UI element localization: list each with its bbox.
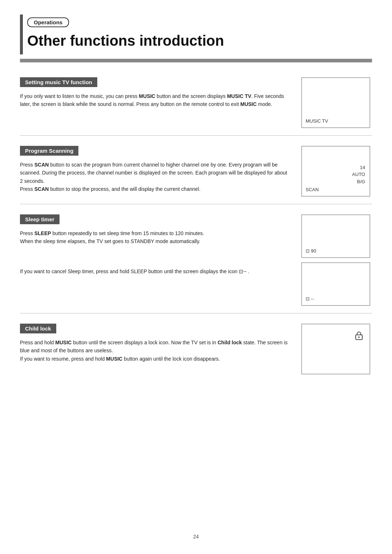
title-rule — [20, 59, 372, 62]
section-heading-sleep-timer: Sleep timer — [20, 214, 60, 224]
main-content: Setting music TV function If you only wa… — [20, 67, 372, 374]
bold-sleep-1: SLEEP — [34, 230, 51, 236]
tv-screen-scan-label: SCAN — [306, 187, 319, 192]
tv-screen-child-lock — [301, 324, 370, 374]
left-accent-bar — [20, 15, 23, 54]
section-music-tv: Setting music TV function If you only wa… — [20, 67, 372, 128]
section-heading-child-lock: Child lock — [20, 324, 56, 333]
bold-music-1: MUSIC — [139, 93, 155, 99]
section-sleep-timer-text: Sleep timer Press SLEEP button repeatedl… — [20, 214, 301, 275]
bold-music-child-2: MUSIC — [106, 356, 122, 362]
scan-channel-14: 14 — [352, 164, 365, 171]
svg-point-1 — [358, 337, 360, 338]
section-body-sleep-timer: Press SLEEP button repeatedly to set sle… — [20, 229, 290, 246]
section-body-music-tv: If you only want to listen to the music,… — [20, 92, 290, 108]
bold-music-tv: MUSIC TV — [227, 93, 251, 99]
section-heading-music-tv: Setting music TV function — [20, 77, 97, 87]
scan-auto: AUTO — [352, 171, 365, 178]
section-body-child-lock: Press and hold MUSIC button until the sc… — [20, 338, 290, 363]
section-preview-child-lock — [301, 324, 372, 374]
section-sleep-timer: Sleep timer Press SLEEP button repeatedl… — [20, 204, 372, 306]
bold-scan-1: SCAN — [34, 162, 49, 168]
section-child-lock: Child lock Press and hold MUSIC button u… — [20, 313, 372, 374]
section-program-scanning: Program Scanning Press SCAN button to sc… — [20, 136, 372, 197]
operations-badge: Operations — [27, 17, 69, 27]
tv-screen-music-tv: MUSIC TV — [301, 77, 370, 128]
lock-icon — [355, 331, 363, 342]
section-child-lock-text: Child lock Press and hold MUSIC button u… — [20, 324, 301, 363]
page-number: 24 — [193, 534, 199, 539]
tv-screen-sleep-90-label: ⊡ 90 — [306, 248, 316, 254]
tv-screen-music-tv-label: MUSIC TV — [306, 118, 328, 124]
section-preview-scan: 14 AUTO B/G SCAN — [301, 146, 372, 197]
bold-music-child-1: MUSIC — [55, 340, 72, 345]
bold-scan-2: SCAN — [34, 186, 49, 192]
tv-screen-scan-right: 14 AUTO B/G — [352, 164, 365, 185]
bold-child-lock: Child lock — [217, 340, 242, 345]
page-title: Other functions introduction — [27, 33, 224, 49]
section-preview-music-tv: MUSIC TV — [301, 77, 372, 128]
section-program-scanning-text: Program Scanning Press SCAN button to sc… — [20, 146, 301, 193]
section-heading-program-scanning: Program Scanning — [20, 146, 78, 156]
scan-bg: B/G — [352, 178, 365, 185]
section-preview-sleep: ⊡ 90 ⊡ -- — [301, 214, 372, 306]
tv-screen-sleep-dash: ⊡ -- — [301, 262, 370, 306]
page-container: Operations Other functions introduction … — [0, 0, 392, 554]
tv-screen-sleep-90: ⊡ 90 — [301, 214, 370, 258]
tv-screen-scan: 14 AUTO B/G SCAN — [301, 146, 370, 197]
bold-music-2: MUSIC — [240, 101, 257, 107]
section-body-sleep-timer-2: If you want to cancel Sleep timer, press… — [20, 267, 290, 275]
section-music-tv-text: Setting music TV function If you only wa… — [20, 77, 301, 108]
section-body-program-scanning: Press SCAN button to scan the program fr… — [20, 161, 290, 193]
tv-screen-sleep-dash-label: ⊡ -- — [306, 296, 314, 301]
